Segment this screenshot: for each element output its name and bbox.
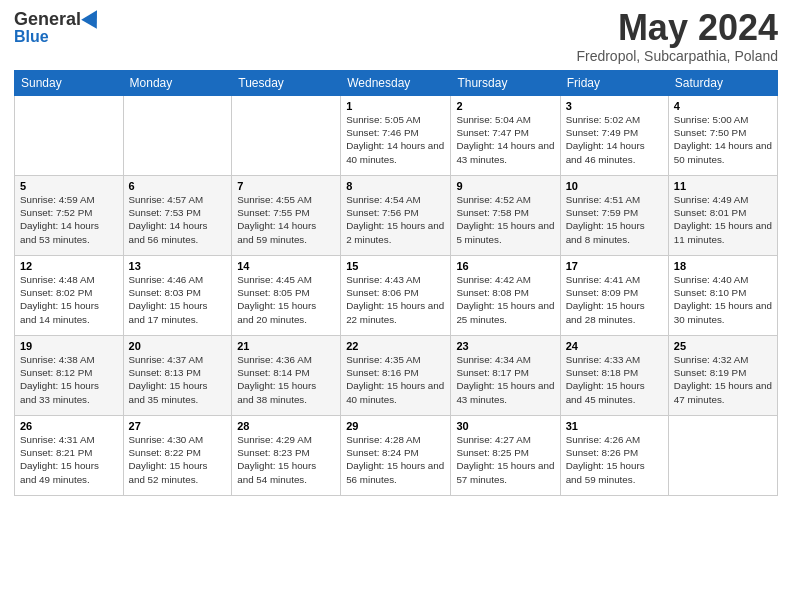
day-cell: 6 Sunrise: 4:57 AM Sunset: 7:53 PM Dayli… <box>123 176 232 256</box>
day-info: Sunrise: 4:34 AM Sunset: 8:17 PM Dayligh… <box>456 353 554 406</box>
day-number: 26 <box>20 420 118 432</box>
day-number: 12 <box>20 260 118 272</box>
day-info: Sunrise: 4:27 AM Sunset: 8:25 PM Dayligh… <box>456 433 554 486</box>
day-info: Sunrise: 5:00 AM Sunset: 7:50 PM Dayligh… <box>674 113 772 166</box>
day-number: 7 <box>237 180 335 192</box>
week-row-5: 26 Sunrise: 4:31 AM Sunset: 8:21 PM Dayl… <box>15 416 778 496</box>
day-cell: 10 Sunrise: 4:51 AM Sunset: 7:59 PM Dayl… <box>560 176 668 256</box>
week-row-3: 12 Sunrise: 4:48 AM Sunset: 8:02 PM Dayl… <box>15 256 778 336</box>
day-info: Sunrise: 5:05 AM Sunset: 7:46 PM Dayligh… <box>346 113 445 166</box>
day-info: Sunrise: 4:38 AM Sunset: 8:12 PM Dayligh… <box>20 353 118 406</box>
day-info: Sunrise: 4:42 AM Sunset: 8:08 PM Dayligh… <box>456 273 554 326</box>
day-cell: 4 Sunrise: 5:00 AM Sunset: 7:50 PM Dayli… <box>668 96 777 176</box>
day-info: Sunrise: 4:59 AM Sunset: 7:52 PM Dayligh… <box>20 193 118 246</box>
day-info: Sunrise: 5:04 AM Sunset: 7:47 PM Dayligh… <box>456 113 554 166</box>
day-number: 5 <box>20 180 118 192</box>
weekday-header-saturday: Saturday <box>668 71 777 96</box>
day-info: Sunrise: 4:29 AM Sunset: 8:23 PM Dayligh… <box>237 433 335 486</box>
day-info: Sunrise: 4:41 AM Sunset: 8:09 PM Dayligh… <box>566 273 663 326</box>
day-info: Sunrise: 5:02 AM Sunset: 7:49 PM Dayligh… <box>566 113 663 166</box>
day-info: Sunrise: 4:45 AM Sunset: 8:05 PM Dayligh… <box>237 273 335 326</box>
day-cell: 2 Sunrise: 5:04 AM Sunset: 7:47 PM Dayli… <box>451 96 560 176</box>
day-number: 9 <box>456 180 554 192</box>
weekday-header-sunday: Sunday <box>15 71 124 96</box>
day-cell <box>123 96 232 176</box>
day-number: 29 <box>346 420 445 432</box>
week-row-4: 19 Sunrise: 4:38 AM Sunset: 8:12 PM Dayl… <box>15 336 778 416</box>
week-row-2: 5 Sunrise: 4:59 AM Sunset: 7:52 PM Dayli… <box>15 176 778 256</box>
day-cell: 26 Sunrise: 4:31 AM Sunset: 8:21 PM Dayl… <box>15 416 124 496</box>
day-info: Sunrise: 4:46 AM Sunset: 8:03 PM Dayligh… <box>129 273 227 326</box>
day-cell: 1 Sunrise: 5:05 AM Sunset: 7:46 PM Dayli… <box>341 96 451 176</box>
day-number: 10 <box>566 180 663 192</box>
day-number: 28 <box>237 420 335 432</box>
day-number: 3 <box>566 100 663 112</box>
day-number: 6 <box>129 180 227 192</box>
weekday-header-thursday: Thursday <box>451 71 560 96</box>
day-number: 16 <box>456 260 554 272</box>
day-number: 13 <box>129 260 227 272</box>
day-info: Sunrise: 4:51 AM Sunset: 7:59 PM Dayligh… <box>566 193 663 246</box>
day-info: Sunrise: 4:52 AM Sunset: 7:58 PM Dayligh… <box>456 193 554 246</box>
day-cell: 3 Sunrise: 5:02 AM Sunset: 7:49 PM Dayli… <box>560 96 668 176</box>
day-number: 21 <box>237 340 335 352</box>
day-cell <box>668 416 777 496</box>
header-right: May 2024 Fredropol, Subcarpathia, Poland <box>576 10 778 64</box>
logo: General Blue <box>14 10 101 46</box>
day-info: Sunrise: 4:54 AM Sunset: 7:56 PM Dayligh… <box>346 193 445 246</box>
day-info: Sunrise: 4:35 AM Sunset: 8:16 PM Dayligh… <box>346 353 445 406</box>
day-info: Sunrise: 4:32 AM Sunset: 8:19 PM Dayligh… <box>674 353 772 406</box>
day-cell: 22 Sunrise: 4:35 AM Sunset: 8:16 PM Dayl… <box>341 336 451 416</box>
day-cell: 11 Sunrise: 4:49 AM Sunset: 8:01 PM Dayl… <box>668 176 777 256</box>
day-info: Sunrise: 4:31 AM Sunset: 8:21 PM Dayligh… <box>20 433 118 486</box>
logo-blue-text: Blue <box>14 28 49 45</box>
day-info: Sunrise: 4:55 AM Sunset: 7:55 PM Dayligh… <box>237 193 335 246</box>
day-cell: 13 Sunrise: 4:46 AM Sunset: 8:03 PM Dayl… <box>123 256 232 336</box>
day-number: 31 <box>566 420 663 432</box>
weekday-header-row: SundayMondayTuesdayWednesdayThursdayFrid… <box>15 71 778 96</box>
day-info: Sunrise: 4:26 AM Sunset: 8:26 PM Dayligh… <box>566 433 663 486</box>
day-cell: 31 Sunrise: 4:26 AM Sunset: 8:26 PM Dayl… <box>560 416 668 496</box>
day-info: Sunrise: 4:57 AM Sunset: 7:53 PM Dayligh… <box>129 193 227 246</box>
day-cell: 14 Sunrise: 4:45 AM Sunset: 8:05 PM Dayl… <box>232 256 341 336</box>
day-cell: 15 Sunrise: 4:43 AM Sunset: 8:06 PM Dayl… <box>341 256 451 336</box>
day-number: 1 <box>346 100 445 112</box>
day-cell: 16 Sunrise: 4:42 AM Sunset: 8:08 PM Dayl… <box>451 256 560 336</box>
page: General Blue May 2024 Fredropol, Subcarp… <box>0 0 792 612</box>
logo-triangle-icon <box>81 6 105 29</box>
day-cell: 23 Sunrise: 4:34 AM Sunset: 8:17 PM Dayl… <box>451 336 560 416</box>
day-cell: 18 Sunrise: 4:40 AM Sunset: 8:10 PM Dayl… <box>668 256 777 336</box>
day-cell: 8 Sunrise: 4:54 AM Sunset: 7:56 PM Dayli… <box>341 176 451 256</box>
day-info: Sunrise: 4:37 AM Sunset: 8:13 PM Dayligh… <box>129 353 227 406</box>
weekday-header-wednesday: Wednesday <box>341 71 451 96</box>
day-info: Sunrise: 4:33 AM Sunset: 8:18 PM Dayligh… <box>566 353 663 406</box>
day-cell: 5 Sunrise: 4:59 AM Sunset: 7:52 PM Dayli… <box>15 176 124 256</box>
day-cell: 25 Sunrise: 4:32 AM Sunset: 8:19 PM Dayl… <box>668 336 777 416</box>
day-number: 4 <box>674 100 772 112</box>
calendar-table: SundayMondayTuesdayWednesdayThursdayFrid… <box>14 70 778 496</box>
day-number: 19 <box>20 340 118 352</box>
weekday-header-monday: Monday <box>123 71 232 96</box>
day-info: Sunrise: 4:48 AM Sunset: 8:02 PM Dayligh… <box>20 273 118 326</box>
day-cell <box>232 96 341 176</box>
week-row-1: 1 Sunrise: 5:05 AM Sunset: 7:46 PM Dayli… <box>15 96 778 176</box>
day-cell: 28 Sunrise: 4:29 AM Sunset: 8:23 PM Dayl… <box>232 416 341 496</box>
month-title: May 2024 <box>576 10 778 46</box>
day-cell: 29 Sunrise: 4:28 AM Sunset: 8:24 PM Dayl… <box>341 416 451 496</box>
weekday-header-friday: Friday <box>560 71 668 96</box>
day-cell: 9 Sunrise: 4:52 AM Sunset: 7:58 PM Dayli… <box>451 176 560 256</box>
day-info: Sunrise: 4:40 AM Sunset: 8:10 PM Dayligh… <box>674 273 772 326</box>
day-info: Sunrise: 4:49 AM Sunset: 8:01 PM Dayligh… <box>674 193 772 246</box>
day-number: 2 <box>456 100 554 112</box>
day-cell: 21 Sunrise: 4:36 AM Sunset: 8:14 PM Dayl… <box>232 336 341 416</box>
day-cell: 17 Sunrise: 4:41 AM Sunset: 8:09 PM Dayl… <box>560 256 668 336</box>
day-info: Sunrise: 4:36 AM Sunset: 8:14 PM Dayligh… <box>237 353 335 406</box>
day-number: 15 <box>346 260 445 272</box>
day-number: 20 <box>129 340 227 352</box>
day-cell: 12 Sunrise: 4:48 AM Sunset: 8:02 PM Dayl… <box>15 256 124 336</box>
day-info: Sunrise: 4:43 AM Sunset: 8:06 PM Dayligh… <box>346 273 445 326</box>
day-cell: 20 Sunrise: 4:37 AM Sunset: 8:13 PM Dayl… <box>123 336 232 416</box>
day-number: 18 <box>674 260 772 272</box>
day-cell: 24 Sunrise: 4:33 AM Sunset: 8:18 PM Dayl… <box>560 336 668 416</box>
day-number: 11 <box>674 180 772 192</box>
